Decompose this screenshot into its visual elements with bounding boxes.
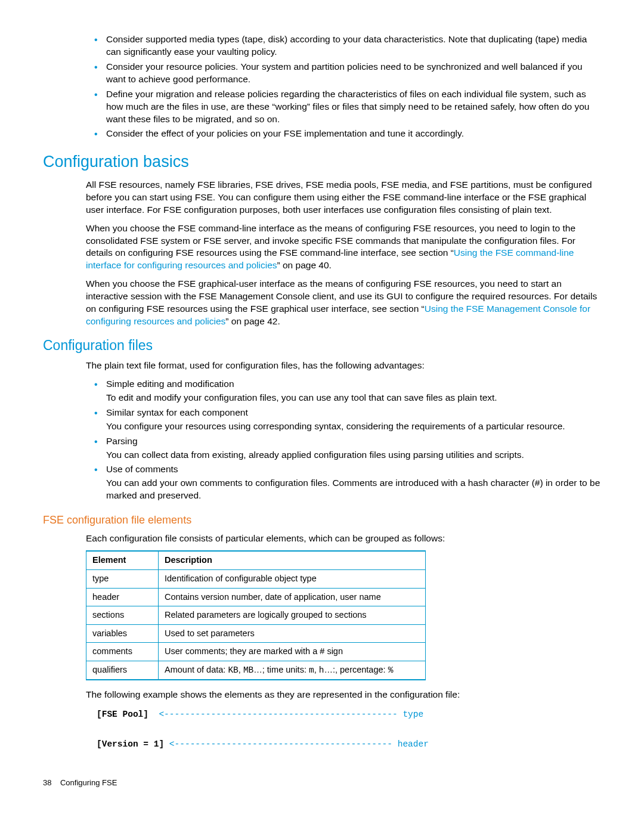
table-row: headerContains version number, date of a… bbox=[86, 588, 426, 606]
text-span: ” on page 42. bbox=[225, 316, 280, 326]
cell-description: User comments; they are marked with a # … bbox=[159, 643, 426, 661]
code-annotation: <---------------------------------------… bbox=[164, 739, 429, 749]
list-item-title: Simple editing and modification bbox=[106, 379, 234, 389]
cell-description: Amount of data: KB, MB…; time units: m, … bbox=[159, 661, 426, 680]
list-item: Consider supported media types (tape, di… bbox=[101, 33, 601, 58]
cell-element: sections bbox=[86, 606, 159, 625]
cell-description: Identification of configurable object ty… bbox=[159, 570, 426, 589]
footer-section-label: Configuring FSE bbox=[60, 778, 117, 787]
body-paragraph: The plain text file format, used for con… bbox=[86, 360, 601, 372]
list-item-body: You configure your resources using corre… bbox=[106, 420, 601, 433]
table-header-row: Element Description bbox=[86, 551, 426, 569]
list-item: Use of comments You can add your own com… bbox=[101, 463, 601, 502]
col-description: Description bbox=[159, 551, 426, 569]
table-row: typeIdentification of configurable objec… bbox=[86, 570, 426, 589]
list-item: Parsing You can collect data from existi… bbox=[101, 435, 601, 462]
cell-element: header bbox=[86, 588, 159, 606]
list-item: Similar syntax for each component You co… bbox=[101, 407, 601, 433]
list-item: Simple editing and modification To edit … bbox=[101, 378, 601, 404]
list-item: Define your migration and release polici… bbox=[101, 88, 601, 126]
heading-file-elements: FSE configuration file elements bbox=[43, 513, 601, 527]
list-item-body: You can collect data from existing, alre… bbox=[106, 449, 601, 462]
body-paragraph: When you choose the FSE command-line int… bbox=[86, 222, 601, 272]
page-number: 38 bbox=[43, 778, 51, 787]
body-paragraph: The following example shows the elements… bbox=[86, 689, 601, 701]
list-item-body: You can add your own comments to configu… bbox=[106, 477, 601, 502]
list-item-title: Similar syntax for each component bbox=[106, 407, 248, 417]
cell-description: Contains version number, date of applica… bbox=[159, 588, 426, 606]
cell-element: comments bbox=[86, 643, 159, 661]
code-token: [FSE Pool] bbox=[97, 710, 148, 719]
list-item-title: Parsing bbox=[106, 436, 138, 446]
list-item-title: Use of comments bbox=[106, 464, 178, 474]
cell-description: Used to set parameters bbox=[159, 624, 426, 643]
cell-element: qualifiers bbox=[86, 661, 159, 680]
top-bullet-list: Consider supported media types (tape, di… bbox=[89, 33, 601, 140]
body-paragraph: All FSE resources, namely FSE libraries,… bbox=[86, 179, 601, 216]
table-row: variablesUsed to set parameters bbox=[86, 624, 426, 643]
advantages-list: Simple editing and modification To edit … bbox=[89, 378, 601, 502]
page-footer: 38 Configuring FSE bbox=[43, 778, 601, 788]
heading-configuration-files: Configuration files bbox=[43, 336, 601, 355]
table-row: qualifiersAmount of data: KB, MB…; time … bbox=[86, 661, 426, 680]
list-item: Consider your resource policies. Your sy… bbox=[101, 61, 601, 86]
code-annotation: <---------------------------------------… bbox=[148, 710, 423, 719]
heading-configuration-basics: Configuration basics bbox=[43, 151, 601, 172]
config-example: [FSE Pool] <----------------------------… bbox=[97, 707, 601, 751]
code-token: [Version = 1] bbox=[97, 739, 164, 749]
table-row: sectionsRelated parameters are logically… bbox=[86, 606, 426, 625]
body-paragraph: Each configuration file consists of part… bbox=[86, 532, 601, 545]
text-span: ” on page 40. bbox=[277, 260, 332, 270]
cell-element: variables bbox=[86, 624, 159, 643]
cell-element: type bbox=[86, 570, 159, 589]
table-row: commentsUser comments; they are marked w… bbox=[86, 643, 426, 661]
elements-table: Element Description typeIdentification o… bbox=[86, 550, 426, 680]
col-element: Element bbox=[86, 551, 159, 569]
list-item: Consider the effect of your policies on … bbox=[101, 128, 601, 140]
list-item-body: To edit and modify your configuration fi… bbox=[106, 392, 601, 404]
cell-description: Related parameters are logically grouped… bbox=[159, 606, 426, 625]
body-paragraph: When you choose the FSE graphical-user i… bbox=[86, 278, 601, 328]
